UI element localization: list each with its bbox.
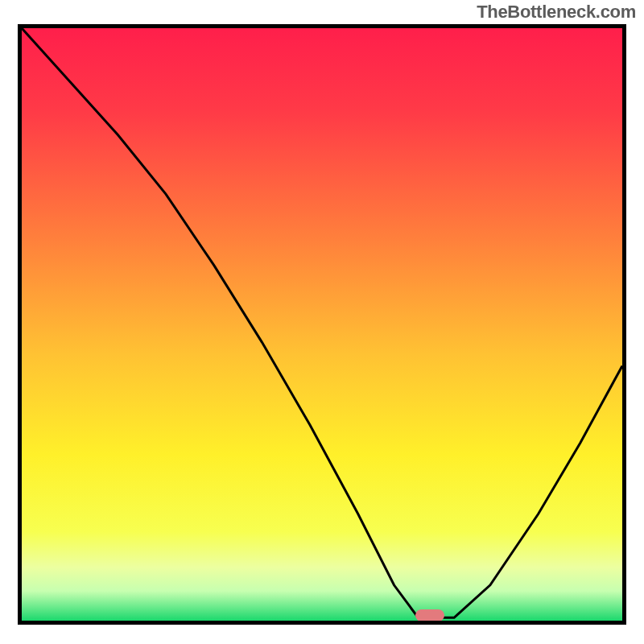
chart-container: TheBottleneck.com [0, 0, 644, 644]
curve-path [22, 28, 622, 617]
plot-frame [18, 24, 626, 625]
optimal-marker [415, 609, 444, 621]
bottleneck-curve [22, 28, 622, 621]
watermark-text: TheBottleneck.com [477, 2, 636, 23]
